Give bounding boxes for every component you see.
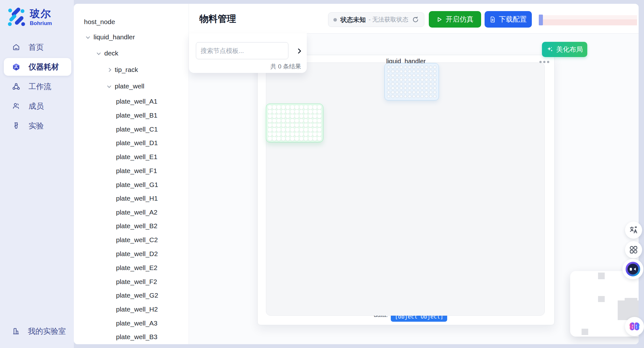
- apps-grid-icon: [629, 245, 638, 254]
- well: [304, 128, 308, 132]
- well: [404, 87, 407, 90]
- well: [396, 82, 399, 86]
- search-input[interactable]: [196, 42, 288, 59]
- tree-item[interactable]: plate_well_C2: [116, 235, 158, 245]
- tree-item[interactable]: plate_well_A2: [116, 208, 158, 217]
- sidebar-item-my-lab[interactable]: 我的实验室: [0, 323, 74, 339]
- tree-item[interactable]: plate_well_B1: [116, 111, 158, 120]
- more-dots-icon[interactable]: [539, 61, 549, 63]
- tree-item-label: plate_well_A1: [116, 98, 158, 105]
- tree-item[interactable]: plate_well_A3: [116, 319, 158, 328]
- chevron-down-icon[interactable]: [106, 83, 112, 89]
- minimap-node: [598, 296, 605, 302]
- download-config-button[interactable]: 下载配置: [485, 11, 532, 28]
- plate-well-plate[interactable]: [266, 104, 323, 142]
- tree-item[interactable]: plate_well_B3: [116, 332, 158, 342]
- well: [317, 123, 321, 127]
- tree-item[interactable]: plate_well_D1: [116, 138, 158, 148]
- tree-item[interactable]: host_node: [84, 17, 115, 27]
- tip-rack-plate[interactable]: [384, 63, 439, 100]
- tree-item-label: plate_well_C2: [116, 236, 158, 244]
- chevron-down-icon[interactable]: [85, 34, 91, 40]
- tree-item-label: liquid_handler: [93, 33, 135, 41]
- sidebar-item-members[interactable]: 成员: [0, 96, 74, 116]
- well: [295, 114, 299, 118]
- well: [281, 128, 286, 132]
- well: [308, 105, 312, 109]
- well: [433, 70, 436, 73]
- tree-item[interactable]: plate_well_G2: [116, 291, 158, 300]
- tree-item[interactable]: deck: [95, 48, 118, 58]
- tree-item[interactable]: plate_well_A1: [116, 97, 158, 106]
- well: [412, 66, 415, 69]
- well: [404, 70, 407, 73]
- tree-item[interactable]: liquid_handler: [85, 32, 135, 42]
- well: [268, 119, 272, 123]
- tree-item[interactable]: plate_well_F1: [116, 166, 157, 176]
- well: [272, 132, 276, 136]
- well: [286, 128, 290, 132]
- well: [387, 74, 390, 77]
- well: [429, 78, 432, 81]
- well: [408, 95, 411, 98]
- well: [429, 91, 432, 94]
- chevron-down-icon[interactable]: [95, 50, 102, 56]
- sidebar-item-experiment[interactable]: 实验: [0, 116, 74, 136]
- well: [290, 132, 294, 136]
- well: [308, 132, 312, 136]
- main-header: 物料管理 状态未知 - 无法获取状态 开启仿真 下载配置: [189, 4, 639, 33]
- tree-item[interactable]: plate_well_G1: [116, 180, 158, 190]
- well: [290, 123, 294, 127]
- well: [416, 74, 420, 77]
- tree-item[interactable]: plate_well_H1: [116, 194, 158, 203]
- tree-item[interactable]: plate_well_D2: [116, 249, 158, 259]
- well: [433, 78, 436, 81]
- tree-item-label: plate_well_H2: [116, 306, 158, 313]
- minimap-node: [582, 329, 588, 335]
- well: [277, 119, 281, 123]
- well: [421, 91, 424, 94]
- translate-button[interactable]: [625, 222, 642, 239]
- beautify-layout-button[interactable]: 美化布局: [542, 42, 587, 57]
- tree-item[interactable]: plate_well: [106, 81, 144, 91]
- tree-item-label: plate_well_F1: [116, 167, 157, 175]
- well: [268, 105, 272, 109]
- tree-item[interactable]: tip_rack: [106, 65, 138, 74]
- ai-assistant-button[interactable]: [622, 259, 643, 279]
- tree-item[interactable]: plate_well_H2: [116, 305, 158, 314]
- apps-grid-button[interactable]: [625, 241, 642, 258]
- well: [408, 91, 411, 94]
- sidebar-item-workflow[interactable]: 工作流: [0, 77, 74, 96]
- well: [400, 66, 403, 69]
- well: [387, 87, 390, 90]
- liquid-handler-node[interactable]: liquid_handler data: [object Object]: [257, 55, 555, 325]
- well: [313, 114, 317, 118]
- well: [396, 78, 399, 81]
- well: [268, 137, 272, 141]
- well: [400, 87, 403, 90]
- well: [299, 114, 304, 118]
- tree-item-label: plate_well_E2: [116, 264, 158, 272]
- tree-item[interactable]: plate_well_B2: [116, 221, 158, 231]
- tree-item[interactable]: plate_well_E2: [116, 263, 158, 273]
- well: [286, 114, 290, 118]
- well: [281, 119, 286, 123]
- well: [425, 78, 428, 81]
- sidebar-item-instruments[interactable]: 仪器耗材: [0, 57, 74, 77]
- well: [317, 105, 321, 109]
- start-simulation-button[interactable]: 开启仿真: [429, 11, 481, 28]
- chevron-right-icon[interactable]: [106, 67, 112, 73]
- tree-item[interactable]: plate_well_E1: [116, 152, 158, 162]
- tree-item[interactable]: plate_well_F2: [116, 277, 157, 287]
- well: [317, 110, 321, 114]
- chevron-right-icon[interactable]: [294, 47, 303, 55]
- refresh-icon[interactable]: [412, 16, 419, 23]
- tree-item-label: plate_well_D2: [116, 250, 158, 258]
- sidebar-item-home[interactable]: 首页: [0, 37, 74, 57]
- flow-canvas[interactable]: 共 0 条结果 美化布局 liquid_handler data: [objec…: [189, 34, 639, 344]
- brain-button[interactable]: [625, 317, 644, 336]
- sidebar-item-label: 仪器耗材: [29, 62, 59, 72]
- tree-item[interactable]: plate_well_C1: [116, 125, 158, 134]
- well: [400, 70, 403, 73]
- brand[interactable]: 玻尔 Bohrium: [7, 8, 52, 27]
